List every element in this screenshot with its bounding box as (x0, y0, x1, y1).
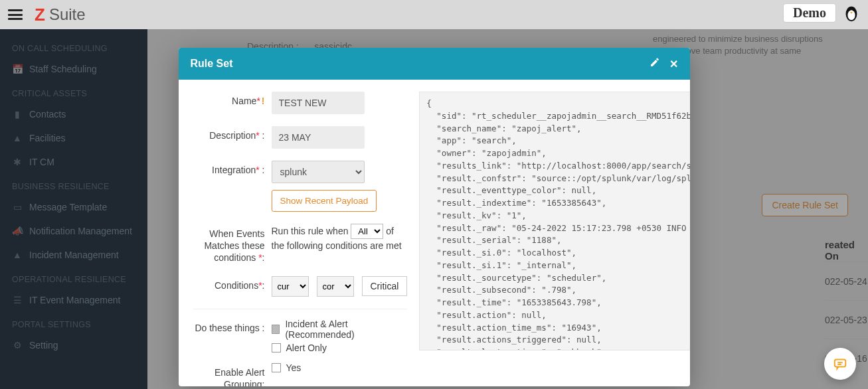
show-recent-payload-button[interactable]: Show Recent Payload (272, 190, 377, 212)
match-label: Matches these (204, 240, 264, 251)
conditions-label: Conditions (215, 280, 258, 291)
grouping-option-label: Yes (286, 362, 302, 373)
brand-text: Suite (49, 5, 86, 24)
do-things-label: Do these things : (193, 319, 272, 333)
chat-fab[interactable] (824, 348, 856, 380)
name-label: Name (232, 96, 256, 106)
demo-badge: Demo (783, 3, 836, 23)
match-text-prefix: Run this rule when (272, 226, 349, 236)
user-avatar-icon[interactable] (841, 3, 861, 23)
grouping-label: Grouping: (224, 379, 264, 386)
integration-select[interactable]: splunk (272, 161, 365, 183)
modal-title: Rule Set (191, 58, 233, 70)
grouping-label: Enable Alert (215, 367, 265, 378)
topbar: Z Suite Demo (0, 0, 868, 29)
incident-alert-checkbox[interactable] (272, 325, 280, 334)
match-label: When Events (209, 228, 264, 239)
condition-field-select[interactable]: cur (272, 276, 309, 297)
menu-toggle-icon[interactable] (8, 9, 23, 20)
svg-point-3 (853, 9, 854, 11)
match-label: conditions (214, 252, 256, 263)
do-option-label: Alert Only (286, 343, 327, 353)
rule-set-modal: Rule Set ✕ Name*! (179, 48, 690, 386)
modal-form: Name*! Description* : In (193, 92, 408, 381)
payload-preview[interactable]: { "sid": "rt_scheduler__zapojadmin__sear… (419, 92, 689, 350)
modal-header: Rule Set ✕ (179, 48, 690, 80)
condition-operator-select[interactable]: cor (317, 276, 354, 297)
name-input[interactable] (272, 92, 365, 114)
description-input[interactable] (272, 126, 365, 149)
description-label: Description (209, 130, 256, 141)
match-mode-select[interactable]: All (351, 224, 383, 239)
close-icon[interactable]: ✕ (669, 58, 678, 70)
grouping-yes-checkbox[interactable] (272, 363, 281, 372)
edit-icon[interactable] (650, 57, 660, 70)
modal-overlay: Rule Set ✕ Name*! (0, 29, 868, 389)
alert-only-checkbox[interactable] (272, 343, 281, 352)
do-option-label: Incident & Alert (Recommended) (285, 319, 407, 340)
svg-point-1 (847, 10, 855, 20)
integration-label: Integration (212, 165, 256, 175)
svg-point-2 (849, 9, 850, 11)
condition-value[interactable]: Critical (362, 276, 408, 296)
warning-icon: ! (262, 96, 265, 106)
brand-logo[interactable]: Z Suite (35, 5, 86, 25)
